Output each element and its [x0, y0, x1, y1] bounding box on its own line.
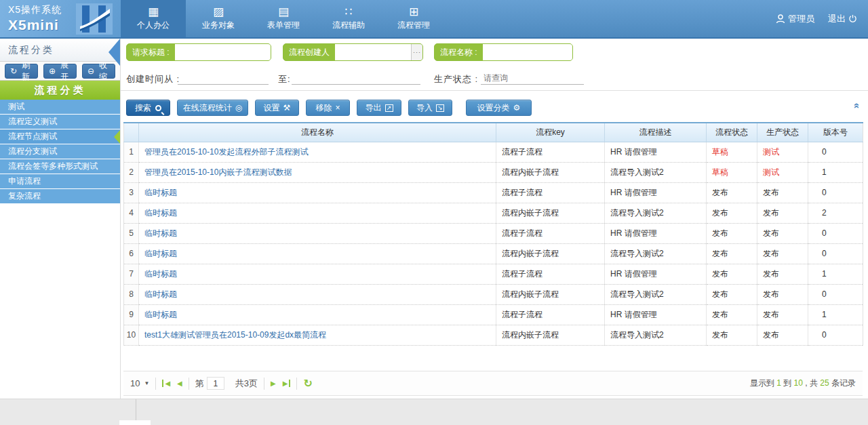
导入-button[interactable]: 导入↘	[408, 100, 452, 116]
divider	[264, 378, 264, 390]
process-key-cell: 流程内嵌子流程	[496, 162, 605, 182]
nav-tab-个人办公[interactable]: ▦个人办公	[121, 0, 186, 37]
table-row[interactable]: 10test1大雄测试管理员在2015-10-09发起dx最简流程流程内嵌子流程…	[124, 325, 863, 345]
process-name-link[interactable]: 临时标题	[144, 249, 177, 258]
设置分类-button[interactable]: 设置分类⚙	[466, 100, 532, 116]
production-status-cell: 发布	[757, 325, 808, 345]
production-status-input[interactable]	[481, 72, 584, 85]
table-row[interactable]: 3临时标题流程子流程HR 请假管理发布发布0	[124, 182, 863, 203]
button-label: 设置分类	[477, 102, 510, 114]
sidebar: 流程分类 ↻刷新⊕展开⊖收缩 流程分类 测试流程定义测试流程节点测试流程分支测试…	[0, 39, 121, 399]
nav-tab-流程管理[interactable]: ⊞流程管理	[381, 0, 446, 37]
process-name-link[interactable]: 临时标题	[144, 310, 177, 319]
collapse-filter-panel-icon[interactable]: «	[852, 103, 862, 108]
current-user[interactable]: 管理员	[776, 13, 814, 25]
refresh-button[interactable]: ↻刷新	[5, 64, 38, 79]
first-page-button[interactable]: ◀	[162, 380, 170, 387]
process-name-cell: 管理员在2015-10-10内嵌子流程测试数据	[139, 162, 496, 182]
reload-grid-icon[interactable]: ↻	[303, 378, 312, 389]
request-title-field: 请求标题 :	[126, 43, 271, 61]
sidebar-item-申请流程[interactable]: 申请流程	[0, 174, 120, 188]
to-label: 至:	[278, 73, 291, 85]
process-name-link[interactable]: 临时标题	[144, 208, 177, 218]
button-label: 移除	[315, 102, 332, 114]
tree-item-label: 流程节点测试	[8, 131, 57, 142]
logo-block: X5操作系统 X5mini	[0, 0, 121, 37]
process-name-link[interactable]: 管理员在2015-10-10内嵌子流程测试数据	[144, 167, 292, 177]
button-label: 设置	[264, 102, 280, 114]
sidebar-collapse-arrow-icon[interactable]	[108, 39, 120, 66]
current-page-input[interactable]	[207, 377, 224, 390]
sidebar-toolbar: ↻刷新⊕展开⊖收缩	[0, 62, 120, 81]
page-prefix-label: 第	[195, 378, 204, 390]
nav-tab-业务对象[interactable]: ▨业务对象	[186, 0, 251, 37]
搜索-button[interactable]: 搜索	[126, 100, 170, 116]
tree-item-label: 测试	[8, 101, 24, 113]
production-status-label: 生产状态 :	[434, 73, 478, 85]
table-row[interactable]: 9临时标题流程子流程HR 请假管理发布发布1	[124, 304, 863, 325]
refresh-icon: ↻	[10, 66, 17, 76]
sidebar-panel-header: 流程分类	[0, 39, 120, 62]
table-row[interactable]: 7临时标题流程子流程HR 请假管理发布发布1	[124, 264, 863, 284]
设置-button[interactable]: 设置⚒	[255, 100, 299, 116]
next-page-button[interactable]: ▶	[271, 380, 276, 387]
col-process-key[interactable]: 流程key	[496, 123, 605, 142]
process-desc-cell: HR 请假管理	[605, 223, 707, 243]
creator-picker-button[interactable]: ···	[411, 44, 422, 60]
nav-tab-流程辅助[interactable]: ∷流程辅助	[316, 0, 381, 37]
production-status-cell: 发布	[757, 182, 808, 203]
sidebar-panel-title: 流程分类	[8, 44, 54, 56]
process-name-link[interactable]: 管理员在2015-10-10发起流程外部子流程测试	[144, 147, 308, 157]
table-row[interactable]: 6临时标题流程内嵌子流程流程导入测试2发布发布0	[124, 243, 863, 264]
table-row[interactable]: 2管理员在2015-10-10内嵌子流程测试数据流程内嵌子流程流程导入测试2草稿…	[124, 162, 863, 182]
table-row[interactable]: 8临时标题流程内嵌子流程流程导入测试2发布发布0	[124, 284, 863, 304]
nav-tab-label: 个人办公	[137, 20, 170, 31]
process-name-link[interactable]: 临时标题	[144, 269, 177, 279]
sidebar-item-流程分支测试[interactable]: 流程分支测试	[0, 144, 120, 159]
nav-tab-label: 表单管理	[267, 20, 300, 31]
records-summary: 显示到 1 到 10 , 共 25 条记录	[750, 378, 856, 389]
col-production-status[interactable]: 生产状态	[757, 123, 808, 142]
导出-button[interactable]: 导出↗	[357, 100, 401, 116]
process-key-cell: 流程内嵌子流程	[496, 325, 605, 345]
process-name-field: 流程名称 :	[434, 43, 573, 61]
process-name-link[interactable]: 临时标题	[144, 228, 177, 238]
row-number: 8	[124, 284, 139, 304]
button-label: 刷新	[19, 60, 33, 83]
request-title-input[interactable]	[175, 44, 271, 60]
sidebar-item-流程节点测试[interactable]: 流程节点测试	[0, 129, 120, 144]
table-row[interactable]: 4临时标题流程内嵌子流程流程导入测试2发布发布2	[124, 203, 863, 223]
created-from-input[interactable]	[178, 72, 269, 85]
created-to-input[interactable]	[292, 72, 420, 85]
page-size-select[interactable]: 10 ▼	[130, 378, 149, 388]
process-name-link[interactable]: 临时标题	[144, 188, 177, 197]
sidebar-item-流程会签等多种形式测试[interactable]: 流程会签等多种形式测试	[0, 159, 120, 174]
col-process-name[interactable]: 流程名称	[139, 123, 496, 142]
process-name-link[interactable]: test1大雄测试管理员在2015-10-09发起dx最简流程	[144, 330, 326, 340]
production-status-cell: 发布	[757, 243, 808, 264]
last-page-button[interactable]: ▶	[283, 380, 291, 387]
sidebar-item-复杂流程[interactable]: 复杂流程	[0, 189, 120, 203]
nav-tab-表单管理[interactable]: ▤表单管理	[251, 0, 316, 37]
sidebar-item-流程定义测试[interactable]: 流程定义测试	[0, 115, 120, 129]
在线流程统计-button[interactable]: 在线流程统计◎	[177, 100, 248, 116]
col-version[interactable]: 版本号	[808, 123, 863, 142]
col-process-status[interactable]: 流程状态	[707, 123, 757, 142]
移除-button[interactable]: 移除×	[306, 100, 350, 116]
process-name-input[interactable]	[483, 44, 572, 60]
process-name-link[interactable]: 临时标题	[144, 289, 177, 299]
creator-input[interactable]	[335, 44, 411, 60]
process-key-cell: 流程内嵌子流程	[496, 243, 605, 264]
expand-all-button[interactable]: ⊕展开	[43, 64, 77, 79]
sidebar-item-测试[interactable]: 测试	[0, 100, 120, 114]
logout-button[interactable]: 退出	[828, 13, 857, 25]
table-row[interactable]: 1管理员在2015-10-10发起流程外部子流程测试流程子流程HR 请假管理草稿…	[124, 142, 863, 162]
prev-page-button[interactable]: ◀	[177, 380, 182, 387]
logout-label: 退出	[828, 13, 846, 25]
chevron-down-icon: ▼	[144, 380, 149, 386]
collapse-icon: ⊖	[87, 66, 94, 76]
col-process-desc[interactable]: 流程描述	[605, 123, 707, 142]
table-row[interactable]: 5临时标题流程子流程HR 请假管理发布发布0	[124, 223, 863, 243]
app-header: X5操作系统 X5mini ▦个人办公▨业务对象▤表单管理∷流程辅助⊞流程管理 …	[0, 0, 868, 39]
bottom-panel-handle[interactable]	[119, 420, 151, 425]
